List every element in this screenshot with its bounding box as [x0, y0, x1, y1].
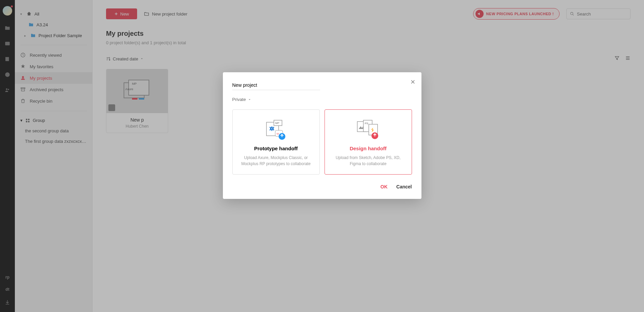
prototype-handoff-option[interactable]: MP rp Prototype handoff Upload Axure, Mo… [232, 109, 320, 175]
option-desc: Upload Axure, Mockplus Classic, or Mockp… [239, 155, 313, 167]
option-title: Prototype handoff [239, 146, 313, 151]
option-desc: Upload from Sketch, Adobe PS, XD, Figma … [331, 155, 406, 167]
prototype-icon: MP rp [239, 119, 313, 142]
chevron-down-icon [248, 98, 251, 101]
cancel-button[interactable]: Cancel [396, 184, 412, 189]
ok-button[interactable]: OK [381, 184, 388, 189]
project-name-input[interactable] [232, 80, 320, 90]
svg-text:MP: MP [275, 122, 279, 125]
close-icon[interactable]: ✕ [410, 78, 415, 86]
modal-overlay: ✕ Private MP rp [0, 0, 644, 312]
new-project-modal: ✕ Private MP rp [223, 72, 421, 199]
privacy-label: Private [232, 97, 246, 102]
svg-text:rp: rp [277, 132, 279, 135]
design-icon: PS [331, 119, 406, 142]
svg-text:PS: PS [365, 122, 368, 125]
option-title: Design handoff [331, 146, 406, 151]
privacy-dropdown[interactable]: Private [232, 97, 412, 102]
design-handoff-option[interactable]: PS Design handoff Upload from Sketch, Ad… [325, 109, 412, 175]
